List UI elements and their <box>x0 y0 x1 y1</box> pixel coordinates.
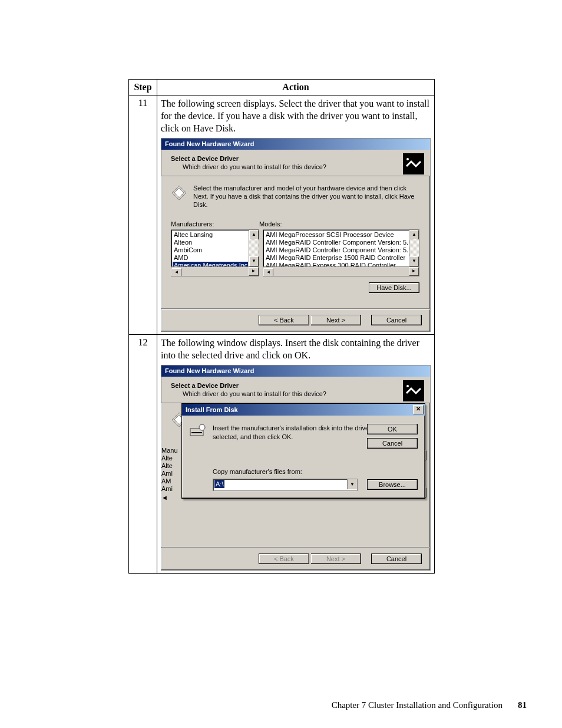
list-item[interactable]: Alteon <box>173 239 248 246</box>
step-text: The following window displays. Insert th… <box>161 338 419 360</box>
window-titlebar: Found New Hardware Wizard <box>161 365 430 376</box>
models-listbox[interactable]: AMI MegaProcessor SCSI Processor Device … <box>263 229 419 276</box>
device-icon <box>403 153 424 174</box>
models-label: Models: <box>259 220 282 228</box>
diamond-icon <box>171 185 187 209</box>
col-action: Action <box>157 80 435 95</box>
list-item[interactable]: AMI MegaRAID Enterprise 1500 RAID Contro… <box>265 254 408 262</box>
svg-point-5 <box>406 385 409 387</box>
wizard-heading: Select a Device Driver <box>171 154 424 163</box>
cancel-button[interactable]: Cancel <box>371 554 422 564</box>
browse-button[interactable]: Browse... <box>367 479 418 490</box>
list-item[interactable]: AmbiCom <box>173 246 248 254</box>
back-button[interactable]: < Back <box>259 554 309 564</box>
svg-point-10 <box>199 424 205 430</box>
found-new-hardware-wizard: Found New Hardware Wizard Select a Devic… <box>161 365 431 571</box>
manufacturers-label: Manufacturers: <box>171 220 259 228</box>
list-item[interactable]: AMD <box>173 254 248 262</box>
col-step: Step <box>129 80 157 95</box>
wizard-subheading: Which driver do you want to install for … <box>183 390 424 398</box>
svg-rect-9 <box>191 432 202 433</box>
svg-point-1 <box>406 158 409 160</box>
next-button[interactable]: Next > <box>311 315 361 325</box>
copy-from-combobox[interactable]: A:\ ▼ <box>213 479 358 491</box>
have-disk-button[interactable]: Have Disk... <box>369 282 419 293</box>
disk-icon <box>189 424 207 442</box>
close-icon[interactable]: ✕ <box>413 405 424 414</box>
page-footer: Chapter 7 Cluster Installation and Confi… <box>332 700 527 710</box>
manufacturers-listbox[interactable]: Altec Lansing Alteon AmbiCom AMD America… <box>171 229 259 276</box>
list-item[interactable]: AMI MegaProcessor SCSI Processor Device <box>265 231 408 239</box>
next-button[interactable]: Next > <box>311 554 361 564</box>
scrollbar-vertical[interactable]: ▲▼ <box>409 230 419 266</box>
scrollbar-horizontal[interactable]: ◄► <box>263 266 419 276</box>
list-item[interactable]: Altec Lansing <box>173 231 248 239</box>
wizard-subheading: Which driver do you want to install for … <box>183 163 424 171</box>
background-list-fragment: Manu Alte Alte Aml AM Ami ◄ <box>161 447 178 502</box>
install-from-disk-dialog: Install From Disk ✕ Insert the manufactu… <box>181 403 425 498</box>
dialog-title: Install From Disk <box>186 406 238 414</box>
step-text: The following screen displays. Select th… <box>161 98 429 133</box>
back-button[interactable]: < Back <box>259 315 309 325</box>
found-new-hardware-wizard: Found New Hardware Wizard Select a Devic… <box>161 138 431 331</box>
list-item[interactable]: AMI MegaRAID Controller Component Versio… <box>265 246 408 254</box>
copy-from-label: Copy manufacturer's files from: <box>213 467 418 476</box>
list-item[interactable]: AMI MegaRAID Express 300 RAID Controller <box>265 262 408 266</box>
list-item[interactable]: AMI MegaRAID Controller Component Versio… <box>265 239 408 246</box>
wizard-instruction: Select the manufacturer and model of you… <box>193 185 419 209</box>
cancel-button[interactable]: Cancel <box>371 315 422 325</box>
device-icon <box>403 380 424 401</box>
cancel-button[interactable]: Cancel <box>367 438 418 449</box>
ok-button[interactable]: OK <box>367 424 418 434</box>
scrollbar-horizontal[interactable]: ◄► <box>171 266 259 276</box>
wizard-heading: Select a Device Driver <box>171 381 424 390</box>
window-titlebar: Found New Hardware Wizard <box>161 139 430 149</box>
scrollbar-vertical[interactable]: ▲▼ <box>249 230 259 266</box>
list-item[interactable]: American Megatrends Inc. <box>173 262 248 266</box>
step-action-table: Step Action 11 The following screen disp… <box>128 79 435 574</box>
chevron-down-icon[interactable]: ▼ <box>347 479 357 489</box>
step-number: 11 <box>129 95 157 335</box>
step-number: 12 <box>129 334 157 573</box>
